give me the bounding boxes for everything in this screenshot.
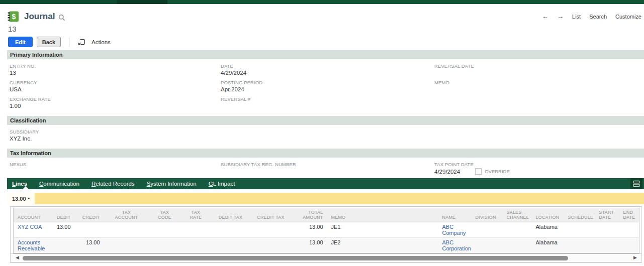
search-link[interactable]: Search: [589, 14, 607, 20]
cell-division: [472, 238, 503, 253]
cell-end-date: [619, 222, 639, 238]
tab-system-information[interactable]: System Information: [141, 181, 203, 187]
col-sales-channel: SALES CHANNEL: [503, 208, 532, 222]
row-display-toggle-button[interactable]: [630, 178, 642, 189]
horizontal-scrollbar[interactable]: ◀ ▶: [11, 253, 641, 262]
col-memo: MEMO: [327, 208, 438, 222]
cell-tax-account: [104, 222, 149, 238]
field-nexus: NEXUS: [10, 162, 221, 178]
col-credit: CREDIT: [75, 208, 104, 222]
cell-debit: 13.00: [52, 222, 75, 238]
cell-tax-rate: [180, 222, 212, 238]
cell-credit: [75, 222, 104, 238]
tab-communication[interactable]: Communication: [33, 181, 85, 187]
col-account: ACCOUNT: [14, 208, 52, 222]
lines-table-wrapper: ACCOUNT DEBIT CREDIT TAX ACCOUNT TAX COD…: [10, 206, 642, 262]
lines-highlight-strip: 13.00 •: [7, 193, 644, 204]
col-end-date: END DATE: [619, 208, 639, 222]
cell-account-link[interactable]: XYZ COA: [14, 222, 52, 238]
primary-info-fields: ENTRY NO. 13 DATE 4/29/2024 REVERSAL DAT…: [0, 63, 644, 113]
edit-button[interactable]: Edit: [8, 37, 33, 47]
cell-debit-tax: [212, 222, 250, 238]
cell-schedule: [564, 222, 595, 238]
cell-credit-tax: [250, 238, 292, 253]
cell-credit-tax: [250, 222, 292, 238]
cell-memo: JE1: [327, 222, 438, 238]
cell-sales-channel: [503, 238, 532, 253]
field-date: DATE 4/29/2024: [221, 63, 434, 80]
cell-debit: [52, 238, 75, 253]
col-total-amount: TOTAL AMOUNT: [292, 208, 327, 222]
history-back-icon[interactable]: ←: [542, 13, 548, 20]
cell-tax-account: [104, 238, 149, 253]
cell-end-date: [619, 238, 639, 253]
cell-tax-code: [149, 238, 180, 253]
col-division: DIVISION: [472, 208, 503, 222]
cell-memo: JE2: [327, 238, 438, 253]
bullet-icon: •: [28, 196, 30, 201]
tab-related-records[interactable]: Related Records: [85, 181, 141, 187]
back-button[interactable]: Back: [37, 37, 61, 47]
subtab-bar: Lines Communication Related Records Syst…: [7, 178, 644, 189]
scroll-left-icon[interactable]: ◀: [16, 255, 19, 260]
cell-sales-channel: [503, 222, 532, 238]
col-tax-rate: TAX RATE: [180, 208, 212, 222]
stacked-rows-icon: [633, 180, 640, 187]
col-location: LOCATION: [532, 208, 564, 222]
cell-tax-code: [149, 222, 180, 238]
table-header-row: ACCOUNT DEBIT CREDIT TAX ACCOUNT TAX COD…: [14, 208, 639, 222]
field-memo: MEMO: [434, 80, 644, 96]
actions-button[interactable]: Actions: [91, 39, 111, 45]
toolbar-divider: [69, 38, 69, 47]
cell-start-date: [595, 222, 619, 238]
cell-debit-tax: [212, 238, 250, 253]
cell-credit: 13.00: [75, 238, 104, 253]
cell-account-link[interactable]: Accounts Receivable: [14, 238, 52, 253]
page-title: Journal: [24, 12, 55, 22]
override-label: OVERRIDE: [485, 169, 510, 174]
tab-gap: [0, 189, 644, 193]
field-subsidiary: SUBSIDIARY XYZ Inc.: [10, 129, 221, 146]
svg-text:$: $: [12, 13, 16, 21]
section-classification: Classification: [7, 116, 644, 125]
col-credit-tax: CREDIT TAX: [250, 208, 292, 222]
field-subsidiary-tax-reg-number: SUBSIDIARY TAX REG. NUMBER: [221, 162, 434, 178]
cell-total-amount: 13.00: [292, 222, 327, 238]
field-posting-period: POSTING PERIOD Apr 2024: [221, 80, 434, 96]
classification-fields: SUBSIDIARY XYZ Inc.: [0, 129, 644, 146]
top-strip-segment: [117, 0, 167, 4]
scrollbar-thumb[interactable]: [23, 256, 568, 260]
col-debit-tax: DEBIT TAX: [212, 208, 250, 222]
search-icon[interactable]: [58, 14, 65, 21]
actions-icon[interactable]: [77, 38, 85, 46]
cell-tax-rate: [180, 238, 212, 253]
col-tax-account: TAX ACCOUNT: [104, 208, 149, 222]
record-id: 13: [0, 25, 644, 33]
field-currency: CURRENCY USA: [10, 80, 221, 96]
journal-icon: $: [7, 11, 19, 23]
col-name: NAME: [438, 208, 472, 222]
scroll-right-icon[interactable]: ▶: [633, 255, 637, 260]
list-link[interactable]: List: [572, 14, 581, 20]
lines-table: ACCOUNT DEBIT CREDIT TAX ACCOUNT TAX COD…: [13, 208, 639, 253]
cell-name-link[interactable]: ABC Corporation: [438, 238, 472, 253]
field-entry-no: ENTRY NO. 13: [10, 63, 221, 80]
cell-total-amount: 13.00: [292, 238, 327, 253]
col-schedule: SCHEDULE: [564, 208, 595, 222]
table-row: XYZ COA 13.00 13.00 JE1 ABC Company Alab…: [14, 222, 639, 238]
journal-record-page: $ Journal ← → List Search Customize 13 E…: [0, 0, 644, 266]
col-tax-code: TAX CODE: [149, 208, 180, 222]
override-checkbox[interactable]: [475, 168, 482, 175]
section-primary-information: Primary Information: [7, 50, 644, 59]
col-start-date: START DATE: [595, 208, 619, 222]
cell-start-date: [595, 238, 619, 253]
record-nav: ← → List Search Customize: [542, 13, 641, 20]
tab-gl-impact[interactable]: GL Impact: [203, 181, 241, 187]
history-forward-icon[interactable]: →: [557, 13, 564, 20]
cell-name-link[interactable]: ABC Company: [438, 222, 472, 238]
cell-schedule: [564, 238, 595, 253]
field-reversal-date: REVERSAL DATE: [434, 63, 644, 80]
lines-total-badge: 13.00 •: [7, 193, 35, 204]
customize-link[interactable]: Customize: [615, 14, 641, 20]
browser-top-strip: [0, 0, 644, 4]
